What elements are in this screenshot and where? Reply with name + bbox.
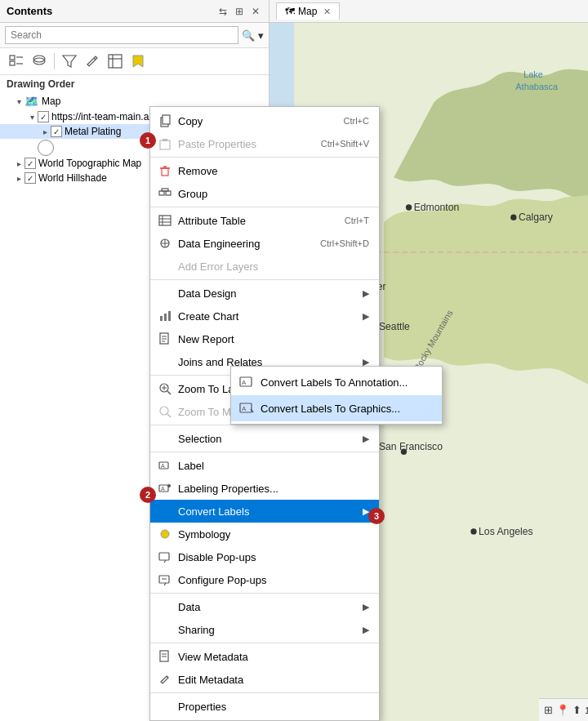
svg-rect-0	[10, 56, 15, 60]
expand-hillshade[interactable]: ▸	[13, 172, 24, 184]
edit-metadata-label: Edit Metadata	[178, 674, 369, 686]
svg-text:San Francisco: San Francisco	[379, 441, 443, 452]
menu-item-attribute-table[interactable]: Attribute Table Ctrl+T	[150, 209, 379, 232]
menu-item-edit-metadata[interactable]: Edit Metadata	[150, 668, 379, 691]
checkbox-hillshade[interactable]	[24, 172, 36, 184]
create-chart-label: Create Chart	[178, 310, 359, 323]
panel-title: Contents	[7, 5, 216, 17]
menu-item-labeling-props[interactable]: A Labeling Properties...	[150, 477, 379, 500]
search-input[interactable]	[5, 26, 238, 44]
menu-item-selection[interactable]: Selection ▶	[150, 427, 379, 450]
svg-rect-30	[163, 115, 170, 124]
remove-label: Remove	[178, 165, 369, 177]
svg-text:Los Angeles: Los Angeles	[479, 526, 533, 537]
menu-item-sharing[interactable]: Sharing ▶	[150, 618, 379, 641]
header-icons: ⇆ ⊞ ✕	[216, 5, 262, 18]
svg-point-62	[167, 484, 171, 487]
zoom-visible-icon	[157, 403, 173, 420]
menu-item-remove[interactable]: Remove	[150, 159, 379, 182]
sharing-label: Sharing	[178, 624, 359, 636]
paste-shortcut: Ctrl+Shift+V	[321, 139, 369, 149]
submenu-item-graphics[interactable]: A Convert Labels To Graphics...	[231, 395, 442, 421]
filter-icon[interactable]	[60, 51, 79, 71]
badge-1: 1	[140, 132, 156, 149]
catalog-view-icon[interactable]	[29, 51, 49, 71]
svg-point-15	[510, 215, 516, 220]
search-bar: 🔍 ▾	[0, 23, 269, 48]
submenu-item-annotation[interactable]: A Convert Labels To Annotation...	[231, 369, 442, 395]
menu-item-create-chart[interactable]: Create Chart ▶	[150, 305, 379, 327]
menu-item-disable-popups[interactable]: Disable Pop-ups	[150, 545, 379, 568]
svg-point-63	[161, 530, 169, 538]
checkbox-metal[interactable]	[51, 126, 62, 137]
data-design-arrow: ▶	[363, 288, 369, 299]
menu-item-label[interactable]: A Label	[150, 454, 379, 477]
expand-metal[interactable]: ▸	[39, 126, 51, 137]
menu-item-configure-popups[interactable]: Configure Pop-ups	[150, 568, 379, 591]
configure-popups-label: Configure Pop-ups	[178, 574, 369, 586]
create-chart-icon	[157, 308, 173, 324]
svg-text:Seattle: Seattle	[379, 321, 410, 332]
map-tab[interactable]: 🗺 Map ✕	[276, 2, 340, 20]
search-button[interactable]: 🔍	[242, 29, 255, 42]
separator-1	[150, 157, 379, 158]
symbology-icon	[157, 526, 173, 542]
expand-map[interactable]: ▾	[13, 96, 24, 107]
sharing-icon	[157, 621, 173, 638]
menu-item-properties[interactable]: Properties	[150, 695, 379, 718]
menu-item-view-metadata[interactable]: View Metadata	[150, 645, 379, 668]
menu-item-copy[interactable]: Copy Ctrl+C	[150, 109, 379, 132]
pin-icon[interactable]: ⇆	[216, 5, 229, 18]
svg-point-13	[406, 204, 412, 210]
disable-popups-label: Disable Pop-ups	[178, 551, 369, 563]
close-panel-icon[interactable]: ✕	[249, 5, 262, 18]
sharing-arrow: ▶	[363, 625, 369, 635]
separator-3	[150, 279, 379, 280]
close-tab-icon[interactable]: ✕	[323, 7, 331, 17]
menu-item-add-error-layers: Add Error Layers	[150, 255, 379, 278]
float-icon[interactable]: ⊞	[233, 5, 246, 18]
grid-status-icon[interactable]: ⊞	[544, 704, 553, 716]
expand-topo[interactable]: ▸	[13, 158, 24, 169]
remove-icon	[157, 162, 173, 179]
search-options-button[interactable]: ▾	[258, 29, 264, 42]
layer-label-metal: Metal Plating	[65, 126, 121, 137]
data-arrow: ▶	[363, 602, 369, 612]
graphics-icon: A	[238, 399, 256, 417]
group-icon	[157, 185, 173, 202]
checkbox-url[interactable]	[38, 111, 49, 122]
convert-labels-label: Convert Labels	[178, 505, 359, 518]
disable-popups-icon	[157, 549, 173, 565]
list-view-icon[interactable]	[7, 51, 26, 71]
menu-item-new-report[interactable]: New Report	[150, 327, 379, 350]
scale-label: 1:4,15,000	[585, 705, 588, 715]
bookmark-icon[interactable]	[128, 51, 148, 71]
svg-rect-31	[160, 140, 170, 149]
nav-status-icon[interactable]: ⬆	[572, 704, 581, 716]
label-icon: A	[157, 457, 173, 474]
menu-item-data-engineering[interactable]: Data Engineering Ctrl+Shift+D	[150, 232, 379, 255]
edit-layer-icon[interactable]	[82, 51, 102, 71]
svg-rect-36	[166, 191, 171, 195]
data-design-icon	[157, 285, 173, 301]
convert-labels-icon	[157, 503, 173, 519]
copy-shortcut: Ctrl+C	[344, 116, 369, 126]
table-icon[interactable]	[105, 51, 125, 71]
map-tab-bar: 🗺 Map ✕	[270, 0, 588, 23]
menu-item-symbology[interactable]: Symbology	[150, 523, 379, 545]
checkbox-topo[interactable]	[24, 158, 36, 169]
menu-item-group[interactable]: Group	[150, 182, 379, 205]
annotation-label: Convert Labels To Annotation...	[261, 376, 408, 389]
separator-7	[150, 593, 379, 594]
menu-item-data-design[interactable]: Data Design ▶	[150, 282, 379, 305]
layer-label-hillshade: World Hillshade	[38, 172, 107, 184]
svg-text:Calgary: Calgary	[519, 211, 554, 223]
expand-url[interactable]: ▾	[26, 111, 38, 122]
menu-item-convert-labels[interactable]: Convert Labels ▶	[150, 500, 379, 523]
menu-item-data[interactable]: Data ▶	[150, 595, 379, 618]
svg-rect-45	[160, 316, 163, 321]
attribute-table-label: Attribute Table	[178, 215, 338, 227]
location-status-icon[interactable]: 📍	[556, 704, 569, 716]
joins-icon	[157, 354, 173, 370]
labeling-props-label: Labeling Properties...	[178, 483, 369, 495]
